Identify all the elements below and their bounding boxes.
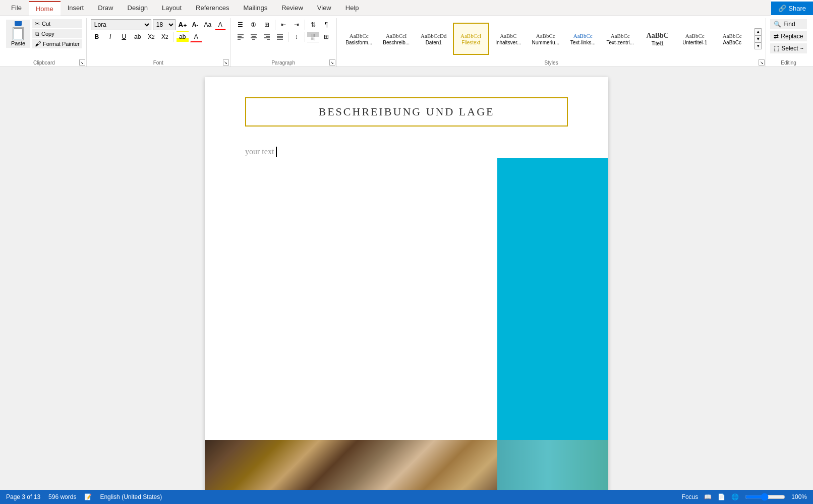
style-daten1[interactable]: AaBbCcDd Daten1 [416,23,452,55]
tab-view[interactable]: View [310,0,338,16]
paragraph-group-label: Paragraph [230,60,336,66]
replace-button[interactable]: ⇄ Replace [770,31,807,41]
font-case-button[interactable]: Aa [202,19,213,30]
page-info: Page 3 of 13 [6,493,40,500]
paragraph-expand-button[interactable]: ↘ [329,59,335,66]
italic-button[interactable]: I [104,31,117,42]
styles-expand[interactable]: ▾ [754,42,762,49]
text-highlight-button[interactable]: ab [177,31,189,42]
read-mode-icon[interactable]: 📖 [704,493,712,500]
tab-references[interactable]: References [189,0,236,16]
font-size-select[interactable]: 18 [153,19,176,30]
bullets-button[interactable]: ☰ [235,19,247,30]
print-layout-icon[interactable]: 📄 [718,493,725,500]
styles-expand-button[interactable]: ↘ [759,59,765,66]
tab-review[interactable]: Review [274,0,310,16]
ribbon-body: Paste ✂ Cut ⧉ Copy 🖌 Format Painter [0,16,813,67]
underline-button[interactable]: U [118,31,130,42]
font-grow-button[interactable]: A+ [177,19,188,30]
cut-button[interactable]: ✂ Cut [32,19,82,28]
justify-button[interactable] [274,31,286,42]
document-page[interactable]: BESCHREIBUNG UND LAGE your text [205,77,608,491]
style-untertitel1[interactable]: AaBbCc Untertitel-1 [677,23,713,55]
numbering-button[interactable]: ① [248,19,260,30]
copy-icon: ⧉ [35,30,39,37]
tab-insert[interactable]: Insert [61,0,91,16]
multilevel-button[interactable]: ⊞ [261,19,273,30]
font-group: Lora 18 A+ A- Aa A B I U ab X2 X2 [87,18,230,67]
paragraph-group: ☰ ① ⊞ ⇤ ⇥ ⇅ ¶ [230,18,337,67]
borders-button[interactable]: ⊞ [320,31,332,42]
clipboard-expand-button[interactable]: ↘ [79,59,85,66]
font-expand-button[interactable]: ↘ [223,59,229,66]
font-shrink-button[interactable]: A- [190,19,201,30]
style-text-links[interactable]: AaBbCc Text-links... [565,23,601,55]
clipboard-label: Clipboard [2,60,86,66]
style-basisform[interactable]: AaBbCc Basisform... [341,23,377,55]
style-nummeriu[interactable]: AaBbCc Nummeriu... [528,23,564,55]
subscript-button[interactable]: X2 [145,31,157,42]
tab-mailings[interactable]: Mailings [237,0,275,16]
clipboard-group: Paste ✂ Cut ⧉ Copy 🖌 Format Painter [2,18,87,67]
tab-home[interactable]: Home [29,1,61,16]
style-titel1[interactable]: AaBbC Titel1 [640,23,676,55]
align-left-button[interactable] [235,31,247,42]
zoom-slider[interactable] [745,493,785,501]
copy-button[interactable]: ⧉ Copy [32,29,82,38]
clear-formatting-button[interactable]: A [215,19,226,30]
strikethrough-button[interactable]: ab [132,31,144,42]
document-area: BESCHREIBUNG UND LAGE your text [0,67,813,491]
editing-group-label: Editing [766,60,811,66]
share-button[interactable]: 🔗 Share [771,2,813,15]
style-beschreib[interactable]: AaBbCcI Beschreib... [378,23,415,55]
paste-button[interactable]: Paste [6,20,30,48]
style-extra[interactable]: AaBbCc AaBbCc [714,23,750,55]
show-marks-button[interactable]: ¶ [320,19,332,30]
superscript-button[interactable]: X2 [159,31,171,42]
document-heading-box: BESCHREIBUNG UND LAGE [245,97,568,127]
increase-indent-button[interactable]: ⇥ [291,19,303,30]
find-icon: 🔍 [774,21,781,28]
styles-group-label: Styles [337,60,766,66]
styles-scroll-down[interactable]: ▼ [754,35,762,42]
format-painter-icon: 🖌 [35,40,41,47]
find-button[interactable]: 🔍 Find [770,19,807,29]
clipboard-small-buttons: ✂ Cut ⧉ Copy 🖌 Format Painter [32,19,82,48]
style-text-zentri[interactable]: AaBbCc Text-zentri... [602,23,638,55]
document-heading: BESCHREIBUNG UND LAGE [256,105,557,118]
styles-group: AaBbCc Basisform... AaBbCcI Beschreib...… [337,18,767,67]
replace-icon: ⇄ [774,33,779,40]
proofing-icon: 📝 [84,493,92,500]
ribbon: File Home Insert Draw Design Layout Refe… [0,0,813,67]
style-fliestext[interactable]: AaBbCcI Fliestext [453,23,489,55]
align-right-button[interactable] [261,31,273,42]
font-color-button[interactable]: A [190,31,202,42]
format-painter-button[interactable]: 🖌 Format Painter [32,39,82,48]
share-icon: 🔗 [778,5,786,12]
editing-group: 🔍 Find ⇄ Replace ⬚ Select ~ Editing [766,18,811,67]
styles-scroll-buttons: ▲ ▼ ▾ [754,28,762,49]
sort-button[interactable]: ⇅ [307,19,319,30]
tab-layout[interactable]: Layout [155,0,189,16]
document-text-area[interactable]: your text [245,147,568,157]
web-layout-icon[interactable]: 🌐 [731,493,739,500]
font-group-label: Font [87,60,230,66]
bold-button[interactable]: B [91,31,103,42]
font-family-select[interactable]: Lora [91,19,151,30]
ribbon-tabs: File Home Insert Draw Design Layout Refe… [0,0,771,16]
decrease-indent-button[interactable]: ⇤ [277,19,289,30]
select-button[interactable]: ⬚ Select ~ [770,43,807,53]
language: English (United States) [100,493,162,500]
tab-help[interactable]: Help [338,0,366,16]
focus-button[interactable]: Focus [682,493,699,500]
line-spacing-button[interactable]: ↕ [291,31,303,42]
styles-scroll-up[interactable]: ▲ [754,28,762,35]
tab-file[interactable]: File [4,0,29,16]
style-inhaltsver[interactable]: AaBbC Inhaltsver... [490,23,527,55]
tab-design[interactable]: Design [121,0,155,16]
align-center-button[interactable] [248,31,260,42]
status-bar: Page 3 of 13 596 words 📝 English (United… [0,490,813,504]
shading-button[interactable]: ░ [307,31,319,42]
tab-draw[interactable]: Draw [91,0,120,16]
word-count: 596 words [48,493,76,500]
